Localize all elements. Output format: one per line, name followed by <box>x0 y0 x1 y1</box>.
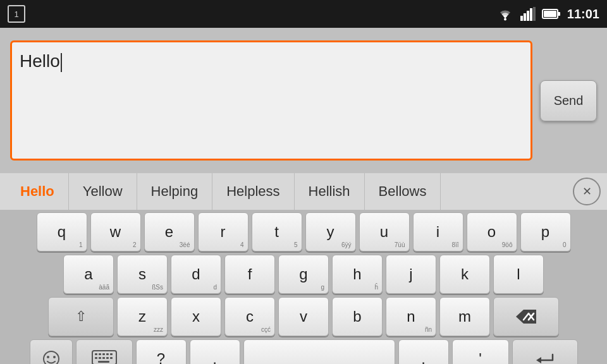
key-k[interactable]: k <box>439 255 490 294</box>
key-j[interactable]: j <box>386 255 436 294</box>
text-display: Hello <box>20 50 62 73</box>
svg-rect-1 <box>520 16 523 21</box>
suggestions-bar: Hello Yellow Helping Helpless Hellish Be… <box>0 173 607 210</box>
key-g[interactable]: gg <box>278 255 329 294</box>
status-time: 11:01 <box>567 7 599 21</box>
svg-rect-24 <box>110 357 113 359</box>
suggestion-helpless[interactable]: Helpless <box>212 173 294 210</box>
svg-rect-18 <box>106 353 109 355</box>
svg-rect-3 <box>527 11 529 21</box>
key-apostrophe[interactable]: ' <box>452 339 509 364</box>
suggestion-clear-button[interactable] <box>573 178 601 205</box>
key-e[interactable]: e3ëé <box>144 212 195 252</box>
key-i[interactable]: i8ïî <box>413 212 463 252</box>
key-p[interactable]: p0 <box>520 212 571 252</box>
svg-rect-7 <box>558 12 560 16</box>
suggestion-bellows[interactable]: Bellows <box>365 173 441 210</box>
key-c[interactable]: ccçć <box>224 297 275 336</box>
suggestion-hello[interactable]: Hello <box>6 173 69 210</box>
suggestion-helping[interactable]: Helping <box>137 173 213 210</box>
key-o[interactable]: o9öô <box>467 212 517 252</box>
key-l[interactable]: l <box>493 255 544 294</box>
key-u[interactable]: u7üù <box>359 212 410 252</box>
key-comma[interactable]: ,0 <box>190 339 240 364</box>
emoji-key[interactable]: ... <box>30 339 73 364</box>
svg-rect-2 <box>524 13 526 21</box>
svg-point-13 <box>53 356 56 358</box>
text-input-area[interactable]: Hello <box>10 40 532 161</box>
svg-rect-22 <box>102 357 105 359</box>
key-n[interactable]: nñn <box>386 297 436 336</box>
key-a[interactable]: aàäã <box>63 255 114 294</box>
key-question[interactable]: ? <box>136 339 187 364</box>
send-button[interactable]: Send <box>540 80 597 121</box>
suggestion-hellish[interactable]: Hellish <box>295 173 365 210</box>
key-q[interactable]: q1 <box>37 212 87 252</box>
shift-key[interactable]: ⇧ <box>48 297 114 336</box>
key-d[interactable]: dd <box>171 255 221 294</box>
key-row-1: q1 w2 e3ëé r4 t5 y6ÿý u7üù i8ïî o9öô p0 <box>3 212 604 252</box>
svg-rect-5 <box>533 7 536 21</box>
enter-key[interactable]: ... <box>512 339 578 364</box>
svg-rect-16 <box>99 353 101 355</box>
backspace-icon <box>515 308 537 325</box>
key-t[interactable]: t5 <box>252 212 302 252</box>
key-r[interactable]: r4 <box>198 212 248 252</box>
enter-icon <box>534 351 556 364</box>
notification-icon: 1 <box>8 5 25 23</box>
keyboard-switch-key[interactable] <box>76 339 133 364</box>
svg-rect-19 <box>110 353 113 355</box>
svg-point-0 <box>504 18 506 21</box>
key-f[interactable]: f <box>224 255 275 294</box>
status-right: 11:01 <box>496 7 599 21</box>
key-w[interactable]: w2 <box>90 212 141 252</box>
status-bar: 1 11:01 <box>0 0 607 28</box>
svg-rect-4 <box>530 8 532 21</box>
wifi-icon <box>496 7 514 21</box>
svg-rect-25 <box>98 361 109 363</box>
key-s[interactable]: sßSs <box>117 255 168 294</box>
key-m[interactable]: m <box>439 297 490 336</box>
status-left: 1 <box>8 5 25 23</box>
main-area: Hello Send <box>0 28 607 173</box>
suggestion-yellow[interactable]: Yellow <box>69 173 137 210</box>
key-row-4: ... ? ,0 .... ' <box>3 339 604 364</box>
key-z[interactable]: zzzz <box>117 297 168 336</box>
svg-rect-15 <box>95 353 97 355</box>
svg-rect-23 <box>106 357 109 359</box>
delete-key[interactable] <box>493 297 559 336</box>
keyboard-icon <box>92 350 117 364</box>
svg-rect-17 <box>102 353 105 355</box>
svg-point-12 <box>47 356 49 358</box>
emoji-icon <box>42 349 61 364</box>
svg-rect-20 <box>95 357 97 359</box>
key-y[interactable]: y6ÿý <box>305 212 356 252</box>
signal-icon <box>520 7 536 21</box>
svg-point-11 <box>44 351 59 364</box>
key-v[interactable]: v <box>278 297 329 336</box>
key-row-3: ⇧ zzzz x ccçć v b nñn m <box>3 297 604 336</box>
key-x[interactable]: x <box>171 297 221 336</box>
key-b[interactable]: b <box>332 297 383 336</box>
svg-rect-8 <box>544 11 556 17</box>
keyboard: q1 w2 e3ëé r4 t5 y6ÿý u7üù i8ïî o9öô p0 … <box>0 210 607 364</box>
key-row-2: aàäã sßSs dd f gg hĥ j k l <box>3 255 604 294</box>
spacebar-key[interactable] <box>243 339 395 364</box>
battery-icon <box>542 8 561 20</box>
svg-rect-21 <box>99 357 101 359</box>
key-h[interactable]: hĥ <box>332 255 383 294</box>
key-period[interactable]: .... <box>398 339 449 364</box>
